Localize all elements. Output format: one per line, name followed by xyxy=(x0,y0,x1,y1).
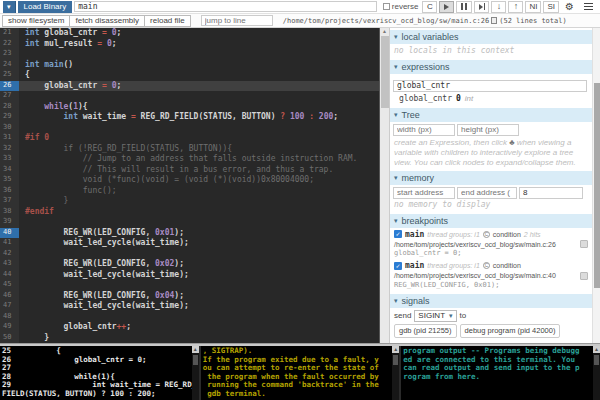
line-number-gutter[interactable]: 50 xyxy=(0,333,19,344)
continue-button[interactable]: C xyxy=(422,1,437,13)
next-instruction-button[interactable]: NI xyxy=(525,1,541,13)
code-line[interactable]: 27 xyxy=(0,91,379,102)
line-number-gutter[interactable]: 48 xyxy=(0,312,19,323)
tree-width-input[interactable] xyxy=(393,124,455,136)
code-line[interactable]: 30 xyxy=(0,123,379,134)
code-line[interactable]: 41 wait_led_cycle(wait_time); xyxy=(0,238,379,249)
code-line[interactable]: 37 } xyxy=(0,196,379,207)
load-binary-button[interactable]: Load Binary xyxy=(18,1,73,13)
tree-height-input[interactable] xyxy=(457,124,519,136)
signals-header[interactable]: ▾ signals xyxy=(390,294,592,308)
scrollbar-thumb[interactable] xyxy=(193,355,198,365)
expression-result[interactable]: global_cntr 0 int xyxy=(390,93,592,105)
line-number-gutter[interactable]: 34 xyxy=(0,165,19,176)
code-line[interactable]: 26 global_cntr = 0; xyxy=(0,81,379,92)
line-number-gutter[interactable]: 27 xyxy=(0,91,19,102)
code-line[interactable]: 40 REG_WR(LED_CONFIG, 0x01); xyxy=(0,228,379,239)
delete-breakpoint-icon[interactable] xyxy=(580,240,588,248)
local-variables-header[interactable]: ▾ local variables xyxy=(390,30,592,44)
code-line[interactable]: 36 func(); xyxy=(0,186,379,197)
line-number-gutter[interactable]: 44 xyxy=(0,270,19,281)
sidebar-scrollbar[interactable] xyxy=(592,28,600,343)
line-number-gutter[interactable]: 41 xyxy=(0,238,19,249)
scrollbar-thumb[interactable] xyxy=(393,355,398,365)
scroll-up-icon[interactable]: ▲ xyxy=(392,346,399,353)
code-line[interactable]: 34 // This will result in a bus error, a… xyxy=(0,165,379,176)
condition-label[interactable]: condition xyxy=(493,262,521,269)
tree-header[interactable]: ▾ Tree xyxy=(390,108,592,122)
load-binary-dropdown-caret-icon[interactable]: ▾ xyxy=(3,1,16,13)
reverse-checkbox-label[interactable]: reverse xyxy=(383,2,419,11)
memory-end-input[interactable] xyxy=(457,187,517,199)
status-terminal[interactable]: , SIGTRAP). If the program exited due to… xyxy=(201,346,402,400)
code-line[interactable]: 42 xyxy=(0,249,379,260)
condition-icon[interactable]: C xyxy=(483,231,490,238)
code-line[interactable]: 49 global_cntr++; xyxy=(0,322,379,333)
code-line[interactable]: 32 if (!REG_RD_FIELD(STATUS, BUTTON)){ xyxy=(0,144,379,155)
source-code-editor[interactable]: 21int global_cntr = 0;22int mul_result =… xyxy=(0,28,379,343)
code-line[interactable]: 22int mul_result = 0; xyxy=(0,39,379,50)
code-line[interactable]: 38#endif xyxy=(0,207,379,218)
line-number-gutter[interactable]: 45 xyxy=(0,280,19,291)
scroll-up-icon[interactable]: ▲ xyxy=(593,346,600,353)
line-number-gutter[interactable]: 24 xyxy=(0,60,19,71)
run-button[interactable] xyxy=(439,1,454,13)
program-output-terminal[interactable]: program output -- Programs being debugg … xyxy=(401,346,600,400)
step-instruction-button[interactable]: SI xyxy=(543,1,559,13)
code-line[interactable]: 44 wait_led_cycle(wait_time); xyxy=(0,270,379,281)
code-line[interactable]: 46 REG_WR(LED_CONFIG, 0x04); xyxy=(0,291,379,302)
line-number-gutter[interactable]: 28 xyxy=(0,102,19,113)
breakpoint-path[interactable]: /home/tom/projects/vexriscv_ocd_blog/sw/… xyxy=(394,241,556,248)
code-line[interactable]: 29 int wait_time = REG_RD_FIELD(STATUS, … xyxy=(0,112,379,123)
memory-start-input[interactable] xyxy=(393,187,455,199)
code-line[interactable]: 31#if 0 xyxy=(0,133,379,144)
signal-select[interactable]: SIGINT ▾ xyxy=(414,310,456,322)
binary-path-input[interactable] xyxy=(74,1,377,12)
line-number-gutter[interactable]: 40 xyxy=(0,228,19,239)
signal-target-button[interactable]: gdb (pid 21255) xyxy=(394,324,457,338)
breakpoint-enabled-checkbox[interactable]: ✓ xyxy=(394,262,402,270)
sidebar-scrollbar-thumb[interactable] xyxy=(594,83,600,288)
code-line[interactable]: 33 // Jump to an address that falls outs… xyxy=(0,154,379,165)
reload-file-button[interactable]: reload file xyxy=(144,15,191,27)
pause-button[interactable] xyxy=(456,1,472,13)
step-into-button[interactable]: ↓ xyxy=(491,1,506,13)
condition-label[interactable]: condition xyxy=(493,231,521,238)
line-number-gutter[interactable]: 35 xyxy=(0,175,19,186)
line-number-gutter[interactable]: 29 xyxy=(0,112,19,123)
line-number-gutter[interactable]: 23 xyxy=(0,49,19,60)
line-number-gutter[interactable]: 37 xyxy=(0,196,19,207)
code-line[interactable]: 28 while(1){ xyxy=(0,102,379,113)
gdb-terminal-scrollbar[interactable]: ▲ xyxy=(192,346,199,400)
scroll-up-icon[interactable]: ▲ xyxy=(382,28,387,35)
code-line[interactable]: 35 void (*func)(void) = (void (*)(void))… xyxy=(0,175,379,186)
menu-button[interactable] xyxy=(580,1,597,13)
line-number-gutter[interactable]: 36 xyxy=(0,186,19,197)
jump-to-line-input[interactable] xyxy=(201,15,273,26)
line-number-gutter[interactable]: 47 xyxy=(0,301,19,312)
line-number-gutter[interactable]: 31 xyxy=(0,133,19,144)
settings-button[interactable]: ⚙ xyxy=(561,1,578,13)
memory-bytes-input[interactable] xyxy=(519,187,583,199)
line-number-gutter[interactable]: 25 xyxy=(0,70,19,81)
code-line[interactable]: 25{ xyxy=(0,70,379,81)
condition-icon[interactable]: C xyxy=(483,262,490,269)
line-number-gutter[interactable]: 21 xyxy=(0,28,19,39)
status-terminal-scrollbar[interactable]: ▲ xyxy=(392,346,399,400)
code-line[interactable]: 43 REG_WR(LED_CONFIG, 0x02); xyxy=(0,259,379,270)
line-number-gutter[interactable]: 26 xyxy=(0,81,19,92)
editor-scrollbar-thumb[interactable] xyxy=(381,36,389,108)
copy-path-icon[interactable] xyxy=(491,17,497,24)
code-line[interactable]: 47 wait_led_cycle(wait_time); xyxy=(0,301,379,312)
show-filesystem-button[interactable]: show filesystem xyxy=(2,15,70,27)
scroll-up-icon[interactable]: ▲ xyxy=(192,346,199,353)
breakpoint-item[interactable]: ✓mainthread groups: i1Ccondition2 hits/h… xyxy=(390,228,592,260)
editor-scrollbar[interactable]: ▲ xyxy=(379,28,389,343)
line-number-gutter[interactable]: 46 xyxy=(0,291,19,302)
code-line[interactable]: 21int global_cntr = 0; xyxy=(0,28,379,39)
code-line[interactable]: 23 xyxy=(0,49,379,60)
line-number-gutter[interactable]: 33 xyxy=(0,154,19,165)
line-number-gutter[interactable]: 22 xyxy=(0,39,19,50)
expression-input[interactable] xyxy=(393,80,587,92)
scrollbar-thumb[interactable] xyxy=(594,355,599,365)
